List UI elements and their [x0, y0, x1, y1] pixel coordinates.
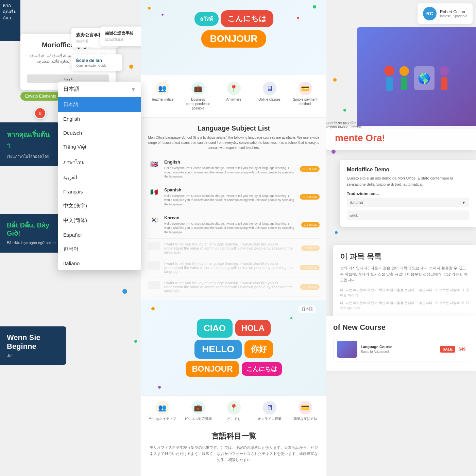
dropdown-option-5[interactable]: العربية — [58, 170, 141, 185]
feature-teacher-native: 👥 Teacher native — [144, 82, 180, 111]
feature-jp-online: 🖥 オンライン授業 — [252, 401, 287, 421]
person-figure-2 — [400, 66, 409, 90]
bubble-row-2: HELLO 你好 — [194, 340, 273, 359]
subject-badge-korean: 1 STOCK — [301, 222, 320, 227]
jp-teacher-icon: 👥 — [156, 401, 169, 414]
dropdown-option-11[interactable]: Italiano — [58, 256, 141, 270]
teacher-native-label: Teacher native — [144, 97, 180, 102]
language-dropdown[interactable]: 日本語 ▼ 日本語 English Deutsch Tiếng Việt ภาษ… — [58, 82, 141, 270]
german-title: Wenn Sie Beginne — [7, 333, 60, 351]
dropdown-header[interactable]: 日本語 ▼ — [58, 82, 141, 97]
bubble-row-3: BONJOUR こんにちは — [186, 361, 282, 377]
subject-item-more-1: I want to tell you the joy of language l… — [148, 239, 320, 258]
dropdown-option-10[interactable]: 한국어 — [58, 242, 141, 256]
features-row: 👥 Teacher native 💼 Business corresponden… — [141, 75, 326, 118]
feature-online: 🖥 Online classes — [252, 82, 287, 111]
business-label: Business correspondence possible — [180, 97, 216, 111]
subject-placeholder-2: I want to tell you the joy of language l… — [164, 261, 296, 274]
dropdown-option-1[interactable]: English — [58, 112, 141, 126]
korean-section-text: 상의 기사입니다.) 다음과 같은 언어 과목이 있습니다. 스까지 활용할 수… — [340, 265, 469, 283]
subject-placeholder-text-1: I want to tell you the joy of language l… — [164, 242, 297, 254]
subject-name-spanish: Spanish — [164, 187, 296, 192]
review-panel-text: Questo sito è un sito demo da Mori Offic… — [347, 175, 469, 187]
flag-spanish: 🇲🇽 — [148, 188, 160, 196]
subject-desc-spanish: Hello everyone! I'm Gracce Shinta in cha… — [164, 194, 296, 207]
subject-info-english: English Hello everyone! I'm Gracce Shint… — [164, 159, 296, 179]
subject-desc-korean: Hello everyone! I'm Gracce Shinta in cha… — [164, 222, 297, 235]
viet-panel: Bắt Đầu, Bây Giờ! Bắt đầu học ngôn ngữ o… — [0, 214, 66, 253]
dropdown-option-7[interactable]: 中文(漢字) — [58, 199, 141, 213]
review-lang-value: italiano — [350, 200, 363, 205]
subject-item-english[interactable]: 🇬🇧 English Hello everyone! I'm Gracce Sh… — [148, 155, 320, 183]
anywhere-icon: 📍 — [227, 82, 241, 95]
viet-text: Bắt đầu học ngôn ngữ online — [7, 240, 60, 246]
envato-badge[interactable]: Envato Elements — [20, 92, 61, 101]
person-figure-1 — [384, 66, 394, 91]
feature-business: 💼 Business correspondence possible — [180, 82, 216, 111]
thai-strip: หากคุณเริ่มต้นา — [0, 0, 20, 41]
thai-panel-mid: หากคุณเริ่มต้นา เรียนภาษาในโลกออนไลน์ — [0, 122, 60, 166]
dropdown-option-8[interactable]: 中文(简体) — [58, 213, 141, 228]
review-panel: Morioffice Demo Questo sito è un sito de… — [340, 160, 476, 227]
bubble-konnichiwa: こんにちは — [221, 10, 273, 27]
subject-item-more-2: I want to tell you the joy of language l… — [148, 258, 320, 277]
flag-english: 🇬🇧 — [148, 160, 160, 168]
teacher-card: RC Robert Colton Inglese, Spagnolo — [418, 3, 473, 24]
jp-anywhere-icon: 📍 — [227, 401, 241, 414]
course-thumb-1 — [337, 341, 357, 358]
jp-online-icon: 🖥 — [263, 401, 276, 414]
jp-bottom-section: 言語科目一覧 モリオフィス言語学校（架空の記事です。）では、下記の言語科目があり… — [141, 426, 326, 468]
jp-section-desc: モリオフィス言語学校（架空の記事です。）では、下記の言語科目があります。日常会話… — [148, 445, 320, 463]
course-info-1: Language Course Basic to Advanced — [361, 345, 437, 354]
bubble-nihao: 你好 — [244, 340, 273, 358]
dropdown-option-3[interactable]: Tiếng Việt — [58, 140, 141, 154]
right-dot-1 — [333, 78, 337, 82]
flag-placeholder-1 — [148, 242, 160, 250]
right-dot-2 — [343, 109, 346, 112]
subject-info-spanish: Spanish Hello everyone! I'm Gracce Shint… — [164, 187, 296, 207]
german-subtitle: Jet — [7, 353, 60, 358]
right-dot-3 — [332, 150, 336, 154]
jp-section-title: 言語科目一覧 — [148, 431, 320, 441]
bubble-grid: CIAO HOLA HELLO 你好 BONJOUR こんにちは — [186, 319, 282, 377]
bubble-row-1: CIAO HOLA — [197, 319, 271, 338]
korean-desc-2: 다. 나는 여러분에게 언어 학습의 즐거움을 전달하고 싶습니다. 또 모르는… — [340, 300, 469, 311]
subject-item-spanish[interactable]: 🇲🇽 Spanish Hello everyone! I'm Gracce Sh… — [148, 183, 320, 211]
dropdown-option-2[interactable]: Deutsch — [58, 126, 141, 140]
subject-item-korean[interactable]: 🇰🇷 Korean Hello everyone! I'm Gracce Shi… — [148, 211, 320, 239]
dropdown-option-6[interactable]: Français — [58, 185, 141, 199]
jp-business-icon: 💼 — [191, 401, 205, 414]
bubble-ciao: CIAO — [197, 319, 233, 338]
review-english-label: Engl. — [347, 210, 469, 220]
dropdown-option-4[interactable]: ภาษาไทย — [58, 154, 141, 170]
teacher-name: Robert Colton — [440, 10, 467, 14]
review-lang-select[interactable]: italiano ▼ — [347, 198, 469, 207]
bubble-hello: HELLO — [194, 340, 242, 359]
korean-desc-1: 다. 나는 여러분에게 언어 학습의 즐거움을 전달하고 싶습니다. 또 모르는… — [340, 287, 469, 298]
teacher-langs: Inglese, Spagnolo — [440, 14, 467, 18]
bubble-sawadee: สวัสดี — [194, 12, 219, 26]
subject-section-desc: Mori Office Language School (It is a fic… — [148, 135, 320, 150]
flag-placeholder-2 — [148, 261, 160, 270]
jp-anywhere-label: どこでも — [216, 417, 252, 421]
jp-online-label: オンライン授業 — [252, 417, 287, 421]
online-label: Online classes — [252, 97, 287, 102]
jp-payment-label: 簡単な支払方法 — [287, 417, 323, 421]
ecole-card: École de lan Communication Guide — [71, 54, 122, 71]
course-card-1[interactable]: Language Course Basic to Advanced SALE $… — [333, 337, 469, 361]
subject-badge-english: IN STOCK — [300, 166, 320, 172]
course-title-1: Language Course — [361, 345, 437, 349]
dropdown-option-0[interactable]: 日本語 — [58, 97, 141, 112]
ecole-title: École de lan — [76, 58, 118, 63]
mori-card-title-2: 森辦公語言學校 — [105, 31, 140, 36]
hero-section: สวัสดี こんにちは BONJOUR — [141, 0, 326, 75]
dropdown-option-9[interactable]: Español — [58, 228, 141, 242]
person-figure-3 — [440, 66, 449, 90]
course-price-1: $49 — [459, 347, 465, 352]
online-icon: 🖥 — [263, 82, 276, 95]
new-course-title: of New Course — [333, 323, 469, 332]
subject-placeholder-1: I want to tell you the joy of language l… — [164, 242, 297, 254]
subject-placeholder-text-2: I want to tell you the joy of language l… — [164, 261, 296, 274]
business-icon: 💼 — [191, 82, 205, 95]
hero-dot-3 — [313, 5, 316, 8]
